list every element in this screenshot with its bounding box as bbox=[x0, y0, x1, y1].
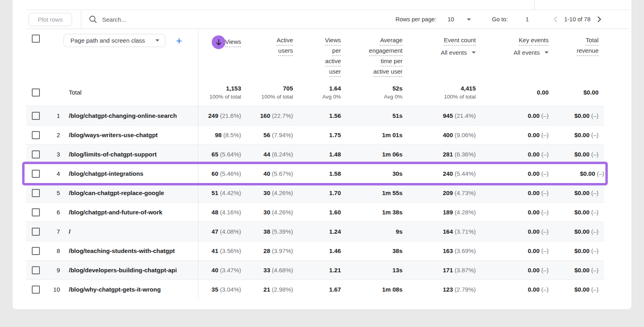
key-events-filter-dropdown[interactable]: All events bbox=[514, 49, 549, 56]
previous-page-button[interactable] bbox=[552, 15, 559, 24]
column-label: users bbox=[278, 46, 293, 56]
metric-cell-views: 65 (5.64%) bbox=[197, 151, 241, 158]
metric-value: 189 bbox=[443, 209, 453, 216]
totals-value: $0.00 bbox=[583, 89, 599, 96]
page-path-cell: /blog/chatgpt-changing-online-search bbox=[62, 112, 197, 119]
column-label: active bbox=[325, 56, 341, 66]
row-checkbox[interactable] bbox=[32, 266, 40, 274]
column-label: user bbox=[329, 67, 341, 77]
table-row: 9/blog/developers-building-chatgpt-api40… bbox=[26, 260, 604, 280]
plot-rows-button[interactable]: Plot rows bbox=[29, 13, 72, 26]
column-header-active-users[interactable]: Activeusers bbox=[241, 29, 293, 56]
metric-value: 65 bbox=[212, 151, 219, 158]
metric-value: 28 bbox=[264, 247, 270, 254]
row-number: 2 bbox=[52, 132, 62, 138]
metric-value: 35 bbox=[212, 286, 219, 293]
column-header-views-per-active-user[interactable]: Viewsperactiveuser bbox=[293, 29, 341, 77]
metric-value: 249 bbox=[208, 112, 218, 119]
totals-subtext: 100% of total bbox=[261, 94, 293, 100]
column-header-line: Total bbox=[586, 35, 599, 46]
column-header-event-count[interactable]: Event countAll events bbox=[402, 29, 476, 56]
metric-percent: (–) bbox=[540, 286, 549, 293]
search-icon bbox=[89, 15, 97, 24]
column-header-line: active user bbox=[373, 67, 402, 77]
metric-percent: (5.44%) bbox=[453, 170, 476, 177]
column-header-lines: Activeusers bbox=[277, 35, 293, 56]
metric-percent: (2.79%) bbox=[453, 286, 476, 293]
row-checkbox[interactable] bbox=[32, 170, 40, 178]
row-checkbox[interactable] bbox=[32, 228, 40, 236]
metric-value: 48 bbox=[212, 209, 219, 216]
metric-cell-event-count: 945 (21.4%) bbox=[402, 112, 476, 119]
row-checkbox[interactable] bbox=[32, 189, 40, 197]
metric-cell-total-revenue: $0.00 (–) bbox=[549, 189, 604, 196]
metric-value: 1.60 bbox=[329, 209, 341, 216]
metric-value: 1.46 bbox=[329, 247, 341, 254]
column-header-line: engagement bbox=[369, 46, 402, 56]
metric-cell-views-per-active-user: 1.48 bbox=[293, 151, 341, 158]
totals-label: Total bbox=[62, 89, 197, 96]
row-checkbox[interactable] bbox=[32, 286, 40, 294]
metric-value: 0.00 bbox=[528, 267, 539, 274]
row-checkbox[interactable] bbox=[32, 131, 40, 139]
rows-per-page-dropdown[interactable]: 10 bbox=[448, 16, 471, 23]
metric-value: 1m 06s bbox=[382, 151, 402, 158]
dimension-selector-dropdown[interactable]: Page path and screen class bbox=[64, 34, 165, 47]
metric-percent: (–) bbox=[590, 151, 599, 158]
row-checkbox[interactable] bbox=[32, 208, 40, 216]
metric-percent: (–) bbox=[590, 286, 599, 293]
card-top-strip bbox=[12, 0, 632, 10]
metric-percent: (3.87%) bbox=[453, 267, 476, 274]
metric-percent: (–) bbox=[540, 132, 549, 138]
metric-cell-views: 41 (3.56%) bbox=[197, 247, 241, 254]
metric-cell-active-users: 28 (3.97%) bbox=[241, 247, 293, 254]
metric-cell-event-count: 240 (5.44%) bbox=[402, 170, 476, 177]
column-header-total-revenue[interactable]: Totalrevenue bbox=[549, 29, 604, 56]
column-label: time per bbox=[381, 56, 402, 66]
metric-value: 123 bbox=[443, 286, 453, 293]
search-input[interactable] bbox=[102, 16, 231, 23]
metric-cell-total-revenue: $0.00 (–) bbox=[549, 170, 604, 177]
metric-percent: (–) bbox=[540, 112, 549, 119]
metric-cell-views-per-active-user: 1.75 bbox=[293, 132, 341, 138]
metric-cell-active-users: 44 (6.24%) bbox=[241, 151, 293, 158]
top-divider bbox=[534, 0, 535, 10]
metric-percent: (5.39%) bbox=[270, 228, 293, 235]
row-checkbox[interactable] bbox=[32, 247, 40, 255]
column-header-key-events[interactable]: Key eventsAll events bbox=[476, 29, 549, 56]
metric-value: 56 bbox=[264, 132, 270, 138]
row-checkbox[interactable] bbox=[32, 112, 40, 120]
page-path-cell: /blog/developers-building-chatgpt-api bbox=[62, 267, 197, 274]
metric-percent: (5.67%) bbox=[270, 170, 293, 177]
metric-value: 0.00 bbox=[528, 228, 539, 235]
add-dimension-button[interactable]: + bbox=[176, 35, 182, 46]
column-header-line: Event count bbox=[444, 35, 476, 46]
row-checkbox-cell bbox=[26, 150, 52, 158]
goto-label: Go to: bbox=[492, 16, 508, 23]
column-label: Views bbox=[325, 35, 341, 45]
metric-cell-key-events: 0.00 (–) bbox=[476, 267, 549, 274]
next-page-button[interactable] bbox=[596, 15, 603, 24]
metric-cell-views-per-active-user: 1.58 bbox=[293, 170, 341, 177]
metric-percent: (4.26%) bbox=[270, 209, 293, 216]
totals-checkbox[interactable] bbox=[32, 88, 40, 97]
totals-subtext: Avg 0% bbox=[384, 94, 402, 100]
column-header-line: Active bbox=[277, 35, 293, 46]
metric-value: 38s bbox=[392, 247, 402, 254]
metric-cell-event-count: 400 (9.06%) bbox=[402, 132, 476, 138]
metric-value: 0.00 bbox=[528, 209, 539, 216]
metric-percent: (–) bbox=[540, 228, 549, 235]
metric-cell-event-count: 171 (3.87%) bbox=[402, 267, 476, 274]
row-checkbox[interactable] bbox=[32, 150, 40, 158]
column-header-views[interactable]: Views bbox=[197, 29, 241, 49]
totals-subtext: Avg 0% bbox=[322, 94, 341, 100]
row-number: 10 bbox=[52, 286, 62, 293]
event-count-filter-dropdown[interactable]: All events bbox=[441, 49, 476, 56]
select-all-checkbox[interactable] bbox=[32, 35, 40, 43]
column-header-avg-engagement-time[interactable]: Averageengagementtime peractive user bbox=[341, 29, 402, 77]
metric-percent: (8.5%) bbox=[222, 132, 241, 138]
metric-value: $0.00 bbox=[574, 286, 590, 293]
metric-percent: (–) bbox=[540, 209, 549, 216]
goto-page-input[interactable] bbox=[520, 16, 535, 23]
metric-value: 160 bbox=[260, 112, 270, 119]
